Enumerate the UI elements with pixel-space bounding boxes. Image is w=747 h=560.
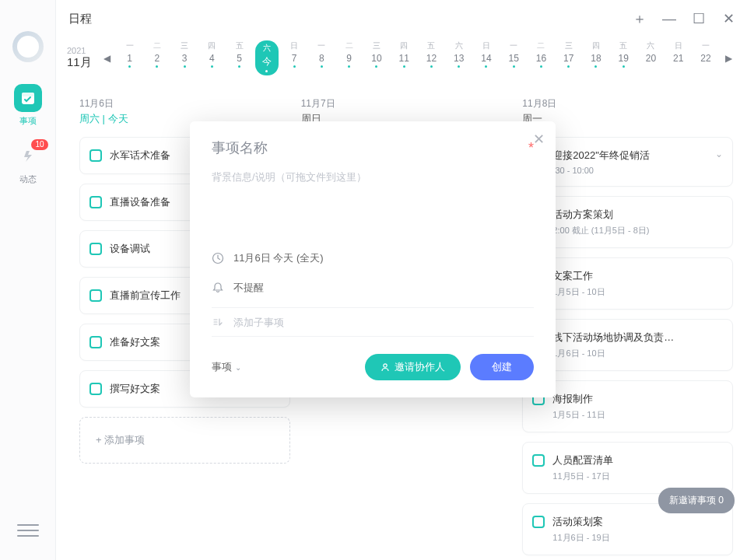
modal-overlay: ✕ * 11月6日 今天 (全天) 不提醒 事项 ⌄ bbox=[0, 0, 747, 560]
subtask-row[interactable] bbox=[212, 307, 534, 337]
chevron-down-icon: ⌄ bbox=[235, 363, 241, 372]
reminder-row[interactable]: 不提醒 bbox=[212, 273, 534, 303]
clock-icon bbox=[212, 252, 224, 264]
close-icon[interactable]: ✕ bbox=[533, 131, 545, 148]
create-task-modal: ✕ * 11月6日 今天 (全天) 不提醒 事项 ⌄ bbox=[190, 121, 556, 397]
time-value: 11月6日 今天 (全天) bbox=[233, 251, 324, 265]
subtask-input[interactable] bbox=[233, 317, 534, 328]
new-invite-pill[interactable]: 新邀请事项 0 bbox=[658, 488, 735, 513]
time-row[interactable]: 11月6日 今天 (全天) bbox=[212, 243, 534, 273]
reminder-value: 不提醒 bbox=[233, 281, 264, 295]
bell-icon bbox=[212, 282, 224, 294]
task-title-input[interactable] bbox=[212, 140, 524, 156]
task-desc-input[interactable] bbox=[212, 170, 534, 240]
subtask-icon bbox=[212, 316, 224, 328]
create-button[interactable]: 创建 bbox=[470, 354, 534, 380]
category-select[interactable]: 事项 ⌄ bbox=[212, 360, 241, 374]
svg-point-3 bbox=[384, 364, 387, 367]
invite-button[interactable]: 邀请协作人 bbox=[365, 354, 461, 380]
